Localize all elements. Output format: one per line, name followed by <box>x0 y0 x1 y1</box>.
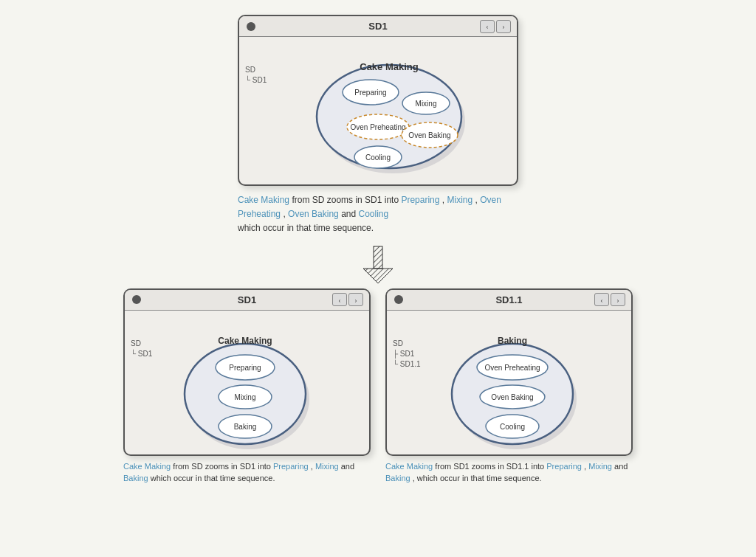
top-window-title: SD1 <box>368 21 387 32</box>
svg-text:Mixing: Mixing <box>416 100 437 108</box>
bottom-right-dot <box>394 295 403 304</box>
bottom-right-breadcrumb: SD ├ SD1 └ SD1.1 <box>393 339 421 370</box>
bottom-left-nav[interactable]: ‹ › <box>332 293 363 306</box>
bottom-left-body: SD └ SD1 Cake Making Preparing Mixing <box>125 311 369 454</box>
bottom-section: SD1 ‹ › SD └ SD1 Cake Making <box>123 288 633 485</box>
svg-text:Cake Making: Cake Making <box>218 336 272 346</box>
svg-text:Baking: Baking <box>234 423 257 431</box>
bottom-left-title: SD1 <box>238 294 256 305</box>
nav-back-btn[interactable]: ‹ <box>480 20 495 33</box>
svg-text:Cooling: Cooling <box>365 153 391 162</box>
top-caption: Cake Making from SD zooms in SD1 into Pr… <box>238 193 518 236</box>
window-dot <box>247 22 255 31</box>
bottom-right-body: SD ├ SD1 └ SD1.1 Baking Oven Preheating <box>387 311 631 454</box>
bottom-left-dot <box>132 295 141 304</box>
bottom-left-breadcrumb: SD └ SD1 <box>131 339 152 359</box>
svg-rect-14 <box>374 246 382 269</box>
svg-marker-15 <box>363 269 393 283</box>
svg-text:Mixing: Mixing <box>235 393 256 401</box>
top-section: SD1 ‹ › SD └ SD1 Cake Making Prepari <box>238 15 518 236</box>
svg-text:Preparing: Preparing <box>354 89 386 97</box>
bottom-right-item: SD1.1 ‹ › SD ├ SD1 └ SD1.1 <box>385 288 633 485</box>
bottom-right-nav[interactable]: ‹ › <box>594 293 625 306</box>
br-nav-back[interactable]: ‹ <box>594 293 609 306</box>
bottom-left-caption: Cake Making from SD zooms in SD1 into Pr… <box>123 460 367 485</box>
bl-nav-back[interactable]: ‹ <box>332 293 347 306</box>
svg-text:Oven Baking: Oven Baking <box>408 131 450 139</box>
svg-text:Oven Baking: Oven Baking <box>491 393 533 401</box>
bottom-right-diagram: Baking Oven Preheating Oven Baking Cooli… <box>425 322 621 451</box>
top-breadcrumb: SD └ SD1 <box>245 65 267 86</box>
bottom-left-item: SD1 ‹ › SD └ SD1 Cake Making <box>123 288 371 485</box>
bottom-left-diagram: Cake Making Preparing Mixing Baking <box>158 322 357 451</box>
arrow-down <box>360 245 396 286</box>
bottom-left-titlebar: SD1 ‹ › <box>125 290 369 311</box>
top-window-titlebar: SD1 ‹ › <box>239 16 517 37</box>
top-window: SD1 ‹ › SD └ SD1 Cake Making Prepari <box>238 15 518 186</box>
top-diagram: Cake Making Preparing Mixing Oven Prehea… <box>269 48 512 177</box>
bottom-right-titlebar: SD1.1 ‹ › <box>387 290 631 311</box>
svg-text:Cooling: Cooling <box>500 423 525 431</box>
bl-nav-forward[interactable]: › <box>348 293 363 306</box>
svg-text:Cake Making: Cake Making <box>360 61 419 72</box>
top-window-nav[interactable]: ‹ › <box>480 20 511 33</box>
bottom-left-window: SD1 ‹ › SD └ SD1 Cake Making <box>123 288 371 456</box>
svg-text:Baking: Baking <box>498 336 527 346</box>
down-arrow-svg <box>360 245 396 286</box>
bottom-right-window: SD1.1 ‹ › SD ├ SD1 └ SD1.1 <box>385 288 633 456</box>
svg-text:Oven Preheating: Oven Preheating <box>350 123 405 131</box>
svg-text:Preparing: Preparing <box>229 364 261 372</box>
top-window-body: SD └ SD1 Cake Making Preparing Mixing <box>239 37 517 184</box>
nav-forward-btn[interactable]: › <box>496 20 511 33</box>
br-nav-forward[interactable]: › <box>611 293 625 306</box>
svg-text:Oven Preheating: Oven Preheating <box>484 364 540 372</box>
bottom-right-caption: Cake Making from SD1 zooms in SD1.1 into… <box>385 460 629 485</box>
bottom-right-title: SD1.1 <box>495 294 522 305</box>
